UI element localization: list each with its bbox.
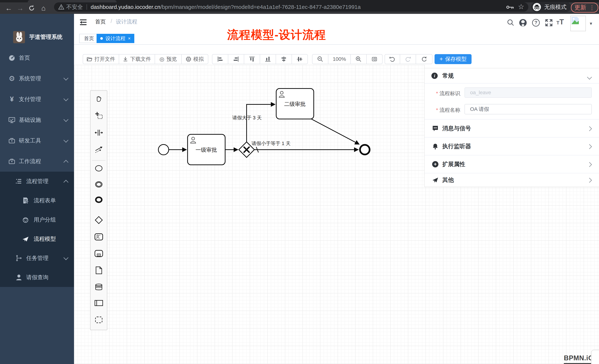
section-general[interactable]: i 常规: [424, 68, 599, 84]
sidebar-item-process-form[interactable]: 流程表单: [0, 191, 74, 210]
fullscreen-icon[interactable]: [545, 18, 553, 27]
flow-gateway-to-task2: [247, 104, 275, 142]
search-icon[interactable]: [507, 18, 515, 27]
save-model-button[interactable]: + 保存模型: [435, 54, 472, 64]
preview-button[interactable]: ◎ 预览: [155, 54, 182, 64]
avatar[interactable]: [570, 16, 586, 31]
sidebar-item-user-group[interactable]: 用户分组: [0, 210, 74, 229]
reload-icon[interactable]: [26, 2, 37, 14]
sidebar-item-process-mgmt[interactable]: 流程管理: [0, 172, 74, 191]
url-divider: [87, 4, 87, 10]
sidebar-item-devtools[interactable]: 研发工具: [0, 130, 74, 151]
process-key-input[interactable]: [465, 87, 592, 98]
tab-home[interactable]: 首页: [79, 34, 99, 43]
align-center-button[interactable]: [291, 54, 308, 64]
chevron-down-icon: [63, 138, 69, 143]
close-tab-icon[interactable]: ×: [128, 36, 131, 41]
chevron-down-icon: [63, 76, 69, 81]
browser-menu-dots-icon[interactable]: ⋮: [589, 4, 595, 11]
url-bar[interactable]: 不安全 dashboard.yudao.iocoder.cn/bpm/manag…: [54, 2, 528, 12]
sidebar-item-infra[interactable]: 基础设施: [0, 110, 74, 130]
browser-active-tab[interactable]: [28, 0, 116, 2]
zoom-button-group: 100%: [312, 54, 383, 64]
monitor-icon: [8, 116, 16, 124]
form-doc-icon: [21, 196, 30, 204]
history-button-group: [385, 54, 432, 64]
tags-view-bar: 首页 设计流程 ×: [74, 31, 599, 45]
start-event: [158, 144, 169, 155]
security-warning-icon[interactable]: [58, 4, 64, 10]
url-host: dashboard.yudao.iocoder.cn: [91, 4, 160, 10]
chevron-down-icon: [63, 255, 69, 260]
page-watermark-title: 流程模型-设计流程: [227, 27, 326, 42]
browser-update-button[interactable]: 更新 ⋮: [571, 3, 598, 13]
zoom-in-button[interactable]: [350, 54, 367, 64]
bookmark-star-icon[interactable]: ☆: [518, 3, 524, 11]
bpmn-io-logo[interactable]: BPMN.iO: [564, 354, 594, 364]
field-label-process-key: *流程标识: [436, 90, 460, 97]
incognito-label: 无痕模式: [544, 3, 566, 11]
sidebar-item-workflow[interactable]: 工作流程: [0, 151, 74, 172]
list-icon: [15, 177, 23, 185]
zoom-reset-button[interactable]: [366, 54, 383, 64]
browser-chrome: ← → ⌂ 不安全 dashboard.yudao.iocoder.cn/bpm…: [0, 0, 599, 14]
key-icon[interactable]: [506, 4, 514, 10]
zoom-out-button[interactable]: [312, 54, 328, 64]
sidebar-item-system[interactable]: ⚙ 系统管理: [0, 68, 74, 89]
sidebar-item-home[interactable]: 首页: [0, 48, 74, 68]
update-label: 更新: [574, 3, 586, 12]
flow-task2-to-end: [311, 119, 359, 144]
sidebar-item-payment[interactable]: ¥ 支付管理: [0, 89, 74, 110]
svg-text:?: ?: [534, 20, 537, 25]
restart-button[interactable]: [416, 54, 432, 64]
chevron-down-icon: [63, 117, 69, 122]
undo-button[interactable]: [385, 54, 400, 64]
section-messages-signals[interactable]: 消息与信号: [424, 119, 599, 137]
open-file-button[interactable]: 打开文件: [83, 54, 119, 64]
align-right-button[interactable]: [228, 54, 244, 64]
task2-label: 二级审批: [284, 101, 306, 107]
redo-button[interactable]: [400, 54, 416, 64]
active-tab-dot-icon: [100, 37, 103, 40]
incognito-badge: 无痕模式: [531, 2, 571, 12]
align-bottom-button[interactable]: [260, 54, 276, 64]
sidebar-item-task-mgmt[interactable]: 任务管理: [0, 248, 74, 268]
tab-design-process[interactable]: 设计流程 ×: [97, 34, 134, 43]
caret-down-icon[interactable]: ▾: [590, 21, 592, 26]
app-logo[interactable]: [13, 31, 25, 43]
align-button-group: [212, 54, 308, 64]
chevron-down-icon: [63, 96, 69, 101]
forward-icon[interactable]: →: [15, 2, 26, 14]
chevron-up-icon: [63, 160, 69, 165]
message-icon: [432, 125, 439, 132]
end-event: [360, 145, 370, 154]
paper-plane-icon: [21, 235, 30, 243]
section-other[interactable]: 其他: [424, 173, 599, 187]
chevron-right-icon: [587, 126, 592, 131]
back-icon[interactable]: ←: [3, 2, 14, 14]
sidebar-item-process-model[interactable]: 流程模型: [0, 229, 74, 248]
home-icon[interactable]: ⌂: [38, 2, 49, 14]
dashboard-icon: [8, 54, 16, 62]
process-name-input[interactable]: [465, 104, 592, 114]
download-file-button[interactable]: 下载文件: [119, 54, 155, 64]
chevron-right-icon: [587, 144, 592, 149]
security-label[interactable]: 不安全: [66, 3, 83, 11]
section-execution-listeners[interactable]: 执行监听器: [424, 137, 599, 155]
github-icon[interactable]: [519, 18, 527, 27]
align-left-button[interactable]: [212, 54, 228, 64]
edge-label-gt3: 请假大于 3 天: [232, 115, 262, 120]
designer-toolbar: 打开文件 下载文件 ◎ 预览 模拟 100% + 保存: [74, 45, 599, 65]
font-size-icon[interactable]: TT: [556, 18, 564, 26]
align-middle-button[interactable]: [276, 54, 292, 64]
yen-icon: ¥: [8, 95, 16, 103]
sidebar-collapse-icon[interactable]: [80, 19, 87, 26]
sidebar-item-leave-query[interactable]: 请假查询: [0, 268, 74, 287]
simulate-button[interactable]: 模拟: [181, 54, 208, 64]
breadcrumb-home[interactable]: 首页: [95, 18, 106, 25]
section-extended-attributes[interactable]: + 扩展属性: [424, 155, 599, 173]
help-icon[interactable]: ?: [532, 18, 540, 27]
corner-overlay: [591, 350, 599, 364]
align-top-button[interactable]: [244, 54, 260, 64]
task1-label: 一级审批: [195, 147, 217, 153]
